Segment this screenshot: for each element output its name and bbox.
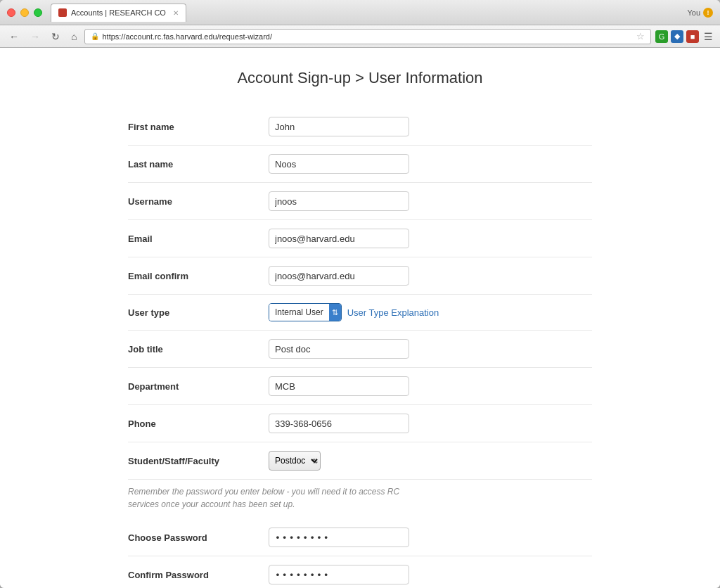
email-confirm-input[interactable] <box>269 266 409 286</box>
username-row: Username <box>128 183 592 220</box>
url-text: https://account.rc.fas.harvard.edu/reque… <box>102 32 272 41</box>
nav-icons: G ◆ ■ ☰ <box>655 30 714 43</box>
choose-password-row: Choose Password <box>128 519 592 556</box>
tab-favicon <box>58 8 67 17</box>
tab-bar: Accounts | RESEARCH CO ✕ <box>51 4 687 22</box>
user-type-label: User type <box>128 307 269 318</box>
refresh-button[interactable]: ↻ <box>48 30 63 44</box>
student-staff-faculty-label: Student/Staff/Faculty <box>128 456 269 466</box>
choose-password-label: Choose Password <box>128 532 269 543</box>
user-alert-icon: ! <box>703 8 713 18</box>
job-title-row: Job title <box>128 331 592 368</box>
first-name-label: First name <box>128 122 269 132</box>
confirm-password-row: Confirm Password <box>128 556 592 588</box>
phone-row: Phone <box>128 405 592 442</box>
active-tab[interactable]: Accounts | RESEARCH CO ✕ <box>51 4 186 22</box>
secure-icon: 🔒 <box>91 32 99 40</box>
department-row: Department <box>128 368 592 405</box>
user-type-select-display[interactable]: Internal User ⇅ <box>269 303 342 321</box>
student-staff-faculty-select[interactable]: Postdoc Student Staff Faculty <box>269 451 321 471</box>
department-label: Department <box>128 381 269 392</box>
home-button[interactable]: ⌂ <box>68 30 80 44</box>
email-label: Email <box>128 234 269 244</box>
choose-password-input[interactable] <box>269 528 409 547</box>
extension-icon-1[interactable]: G <box>655 30 668 43</box>
last-name-row: Last name <box>128 146 592 183</box>
page-content: Account Sign-up > User Information First… <box>0 48 720 588</box>
first-name-row: First name <box>128 108 592 146</box>
user-label: You <box>687 8 700 17</box>
email-confirm-label: Email confirm <box>128 271 269 281</box>
username-label: Username <box>128 196 269 207</box>
page-title: Account Sign-up > User Information <box>42 69 678 87</box>
email-input[interactable] <box>269 229 409 248</box>
user-type-explanation-link[interactable]: User Type Explanation <box>347 307 439 318</box>
extension-icon-3[interactable]: ■ <box>686 30 699 43</box>
back-button[interactable]: ← <box>6 30 22 44</box>
last-name-input[interactable] <box>269 154 409 174</box>
job-title-input[interactable] <box>269 339 409 359</box>
window-controls <box>7 8 42 17</box>
forward-button[interactable]: → <box>27 30 44 44</box>
student-staff-faculty-row: Student/Staff/Faculty Postdoc Student St… <box>128 442 592 480</box>
bookmark-icon[interactable]: ☆ <box>636 31 645 41</box>
menu-icon[interactable]: ☰ <box>702 30 714 43</box>
nav-bar: ← → ↻ ⌂ 🔒 https://account.rc.fas.harvard… <box>0 25 720 48</box>
tab-title: Accounts | RESEARCH CO <box>71 8 166 17</box>
minimize-button[interactable] <box>20 8 29 17</box>
phone-input[interactable] <box>269 414 409 433</box>
job-title-label: Job title <box>128 344 269 354</box>
email-row: Email <box>128 220 592 257</box>
user-type-arrow-icon: ⇅ <box>329 304 341 321</box>
confirm-password-input[interactable] <box>269 565 409 584</box>
url-bar[interactable]: 🔒 https://account.rc.fas.harvard.edu/req… <box>84 29 651 44</box>
form-container: First name Last name Username Email Emai… <box>128 108 592 588</box>
password-hint: Remember the password you enter below - … <box>128 480 423 519</box>
browser-window: Accounts | RESEARCH CO ✕ You ! ← → ↻ ⌂ 🔒… <box>0 0 720 588</box>
user-area: You ! <box>687 8 713 18</box>
tab-close-icon[interactable]: ✕ <box>173 9 179 17</box>
last-name-label: Last name <box>128 159 269 170</box>
student-staff-faculty-select-wrapper: Postdoc Student Staff Faculty <box>269 451 321 471</box>
department-input[interactable] <box>269 376 409 396</box>
extension-icon-2[interactable]: ◆ <box>671 30 683 43</box>
user-type-row: User type Internal User ⇅ User Type Expl… <box>128 295 592 331</box>
username-input[interactable] <box>269 191 409 211</box>
user-type-selected-text: Internal User <box>269 304 329 321</box>
phone-label: Phone <box>128 418 269 429</box>
close-button[interactable] <box>7 8 15 17</box>
maximize-button[interactable] <box>34 8 42 17</box>
confirm-password-label: Confirm Password <box>128 570 269 580</box>
first-name-input[interactable] <box>269 117 409 136</box>
user-type-controls: Internal User ⇅ User Type Explanation <box>269 303 439 321</box>
title-bar: Accounts | RESEARCH CO ✕ You ! <box>0 0 720 25</box>
email-confirm-row: Email confirm <box>128 257 592 295</box>
